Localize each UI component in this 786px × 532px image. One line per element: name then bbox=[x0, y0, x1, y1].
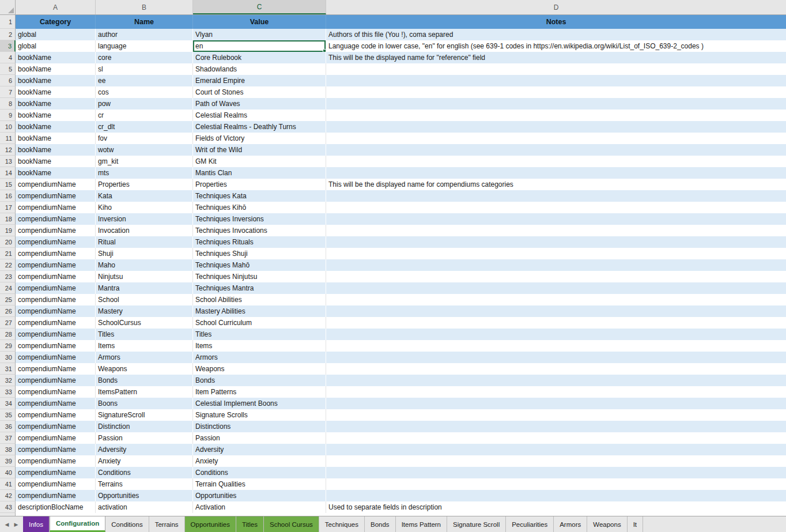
column-header-B[interactable]: B bbox=[96, 0, 193, 14]
cell-B25[interactable]: School bbox=[96, 294, 193, 305]
cell-A38[interactable]: compendiumName bbox=[16, 444, 96, 455]
row-header-38[interactable]: 38 bbox=[0, 444, 16, 455]
cell-A22[interactable]: compendiumName bbox=[16, 259, 96, 271]
row-header-32[interactable]: 32 bbox=[0, 375, 16, 386]
cell-B3[interactable]: language bbox=[96, 40, 193, 52]
cell-B18[interactable]: Inversion bbox=[96, 213, 193, 225]
cell-D35[interactable] bbox=[326, 409, 786, 421]
cell-B14[interactable]: mts bbox=[96, 167, 193, 179]
row-header-40[interactable]: 40 bbox=[0, 467, 16, 478]
cell-B30[interactable]: Armors bbox=[96, 352, 193, 363]
cell-A16[interactable]: compendiumName bbox=[16, 190, 96, 202]
tab-scroll-left-icon[interactable]: ◀ bbox=[5, 522, 9, 527]
cell-B27[interactable]: SchoolCursus bbox=[96, 317, 193, 329]
cell-C23[interactable]: Techniques Ninjutsu bbox=[193, 271, 326, 282]
row-header-33[interactable]: 33 bbox=[0, 386, 16, 398]
cell-D15[interactable]: This will be the displayed name for comp… bbox=[326, 179, 786, 190]
cell-A10[interactable]: bookName bbox=[16, 121, 96, 133]
cell-B38[interactable]: Adversity bbox=[96, 444, 193, 455]
cell-C25[interactable]: School Abilities bbox=[193, 294, 326, 305]
cell-C1[interactable]: Value bbox=[193, 15, 326, 29]
cell-A25[interactable]: compendiumName bbox=[16, 294, 96, 305]
row-header-27[interactable]: 27 bbox=[0, 317, 16, 329]
cell-C11[interactable]: Fields of Victory bbox=[193, 133, 326, 144]
cell-C42[interactable]: Opportunities bbox=[193, 490, 326, 501]
cell-C22[interactable]: Techniques Mahō bbox=[193, 259, 326, 271]
cell-A32[interactable]: compendiumName bbox=[16, 375, 96, 386]
sheet-tab-terrains[interactable]: Terrains bbox=[149, 516, 185, 532]
row-header-26[interactable]: 26 bbox=[0, 305, 16, 317]
cell-B26[interactable]: Mastery bbox=[96, 305, 193, 317]
cell-C34[interactable]: Celestial Implement Boons bbox=[193, 398, 326, 409]
row-header-24[interactable]: 24 bbox=[0, 282, 16, 294]
row-header-21[interactable]: 21 bbox=[0, 248, 16, 259]
cell-A36[interactable]: compendiumName bbox=[16, 421, 96, 432]
cell-A15[interactable]: compendiumName bbox=[16, 179, 96, 190]
cell-D25[interactable] bbox=[326, 294, 786, 305]
cell-A29[interactable]: compendiumName bbox=[16, 340, 96, 352]
cell-C2[interactable]: Vlyan bbox=[193, 29, 326, 40]
cell-A11[interactable]: bookName bbox=[16, 133, 96, 144]
row-header-36[interactable]: 36 bbox=[0, 421, 16, 432]
row-header-14[interactable]: 14 bbox=[0, 167, 16, 179]
sheet-tab-peculiarities[interactable]: Peculiarities bbox=[506, 516, 554, 532]
cell-D17[interactable] bbox=[326, 202, 786, 213]
cell-B5[interactable]: sl bbox=[96, 63, 193, 75]
cell-B19[interactable]: Invocation bbox=[96, 225, 193, 236]
row-header-9[interactable]: 9 bbox=[0, 110, 16, 121]
cell-D18[interactable] bbox=[326, 213, 786, 225]
cell-C28[interactable]: Titles bbox=[193, 329, 326, 340]
cell-C13[interactable]: GM Kit bbox=[193, 156, 326, 167]
row-header-31[interactable]: 31 bbox=[0, 363, 16, 375]
cell-C32[interactable]: Bonds bbox=[193, 375, 326, 386]
cell-B33[interactable]: ItemsPattern bbox=[96, 386, 193, 398]
tab-scroll-right-icon[interactable]: ▶ bbox=[14, 522, 18, 527]
cell-A6[interactable]: bookName bbox=[16, 75, 96, 86]
column-header-A[interactable]: A bbox=[16, 0, 96, 14]
sheet-tab-infos[interactable]: Infos bbox=[23, 516, 50, 532]
cell-C16[interactable]: Techniques Kata bbox=[193, 190, 326, 202]
row-header-4[interactable]: 4 bbox=[0, 52, 16, 63]
cell-D7[interactable] bbox=[326, 86, 786, 98]
cell-B40[interactable]: Conditions bbox=[96, 467, 193, 478]
cell-B20[interactable]: Ritual bbox=[96, 236, 193, 248]
cell-C7[interactable]: Court of Stones bbox=[193, 86, 326, 98]
row-header-28[interactable]: 28 bbox=[0, 329, 16, 340]
row-header-22[interactable]: 22 bbox=[0, 259, 16, 271]
cell-B37[interactable]: Passion bbox=[96, 432, 193, 444]
cell-C21[interactable]: Techniques Shuji bbox=[193, 248, 326, 259]
sheet-tab-it[interactable]: It bbox=[628, 516, 643, 532]
cell-D8[interactable] bbox=[326, 98, 786, 110]
cell-B42[interactable]: Opportunities bbox=[96, 490, 193, 501]
cell-A19[interactable]: compendiumName bbox=[16, 225, 96, 236]
cell-C36[interactable]: Distinctions bbox=[193, 421, 326, 432]
cell-A18[interactable]: compendiumName bbox=[16, 213, 96, 225]
cell-D26[interactable] bbox=[326, 305, 786, 317]
cell-A9[interactable]: bookName bbox=[16, 110, 96, 121]
row-header-25[interactable]: 25 bbox=[0, 294, 16, 305]
cell-B23[interactable]: Ninjutsu bbox=[96, 271, 193, 282]
cell-D19[interactable] bbox=[326, 225, 786, 236]
cell-A35[interactable]: compendiumName bbox=[16, 409, 96, 421]
row-header-20[interactable]: 20 bbox=[0, 236, 16, 248]
sheet-tab-opportunities[interactable]: Opportunities bbox=[185, 516, 236, 532]
cell-B29[interactable]: Items bbox=[96, 340, 193, 352]
cell-D6[interactable] bbox=[326, 75, 786, 86]
cell-B17[interactable]: Kiho bbox=[96, 202, 193, 213]
cell-C3[interactable]: en bbox=[193, 40, 326, 52]
cell-C17[interactable]: Techniques Kihō bbox=[193, 202, 326, 213]
cell-B32[interactable]: Bonds bbox=[96, 375, 193, 386]
row-header-7[interactable]: 7 bbox=[0, 86, 16, 98]
cell-C30[interactable]: Armors bbox=[193, 352, 326, 363]
row-header-1[interactable]: 1 bbox=[0, 15, 16, 29]
sheet-tab-armors[interactable]: Armors bbox=[554, 516, 587, 532]
row-header-16[interactable]: 16 bbox=[0, 190, 16, 202]
cell-B7[interactable]: cos bbox=[96, 86, 193, 98]
cell-D20[interactable] bbox=[326, 236, 786, 248]
sheet-tab-conditions[interactable]: Conditions bbox=[105, 516, 149, 532]
cell-D9[interactable] bbox=[326, 110, 786, 121]
cell-B11[interactable]: fov bbox=[96, 133, 193, 144]
row-header-39[interactable]: 39 bbox=[0, 455, 16, 467]
cell-C20[interactable]: Techniques Rituals bbox=[193, 236, 326, 248]
cell-B1[interactable]: Name bbox=[96, 15, 193, 29]
